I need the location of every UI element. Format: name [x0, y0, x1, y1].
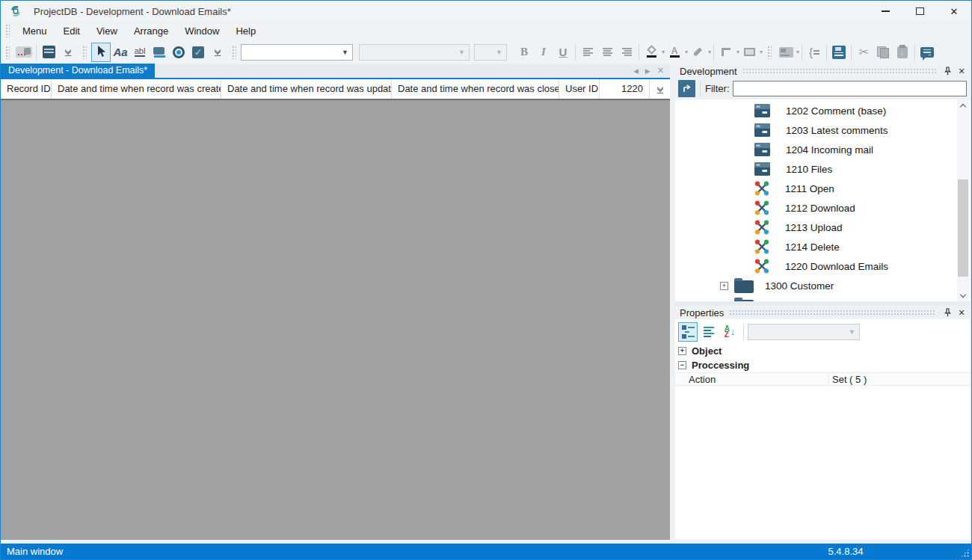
toolbar-grip[interactable] [5, 46, 10, 59]
align-right-button[interactable] [617, 43, 636, 62]
minimize-button[interactable] [868, 1, 902, 22]
tree-item-1212[interactable]: 1212 Download [675, 198, 970, 218]
tree-scrollbar[interactable] [957, 99, 969, 301]
select-cursor-button[interactable] [91, 43, 111, 62]
paste-button[interactable] [893, 43, 912, 62]
font-color-button[interactable]: A [665, 43, 684, 62]
align-center-button[interactable] [597, 43, 617, 62]
chevron-down-icon: ▼ [342, 49, 348, 56]
categorized-view-button[interactable] [678, 322, 698, 342]
column-header-1220[interactable]: 1220 [600, 79, 650, 99]
tree-item-clipped[interactable] [675, 295, 970, 301]
underline-button[interactable]: U [553, 43, 573, 62]
italic-button[interactable]: I [534, 43, 553, 62]
font-size-combobox[interactable]: ▼ [474, 44, 507, 61]
textbox-tool-button[interactable]: abl [130, 43, 150, 62]
close-panel-button[interactable]: ✕ [956, 67, 968, 76]
sort-alphabetical-button[interactable]: AZ ↓ [720, 322, 739, 342]
filter-input[interactable] [733, 81, 968, 96]
design-canvas[interactable] [1, 99, 670, 540]
toolbar-overflow-button[interactable] [58, 43, 78, 62]
border-style-button[interactable] [716, 43, 736, 62]
tree-item-1213[interactable]: 1213 Upload [675, 218, 970, 237]
development-panel-title: Development [675, 66, 737, 77]
property-group-proccessing[interactable]: − Proccessing [675, 358, 970, 372]
chevron-down-icon[interactable]: ▾ [708, 49, 711, 55]
image-button[interactable] [776, 43, 796, 62]
maximize-button[interactable] [902, 1, 937, 22]
properties-panel-header[interactable]: Properties ✕ [675, 306, 970, 319]
menu-grip[interactable] [5, 24, 10, 37]
column-header-closed[interactable]: Date and time when record was closed [392, 79, 559, 99]
chevron-down-icon[interactable]: ▾ [760, 49, 763, 55]
tab-close-icon[interactable]: ✕ [657, 66, 664, 76]
pin-button[interactable] [941, 308, 953, 317]
pin-button[interactable] [941, 67, 953, 76]
menu-item-view[interactable]: View [88, 23, 126, 39]
label-tool-button[interactable]: Aa [111, 43, 130, 62]
close-panel-button[interactable]: ✕ [956, 308, 968, 318]
property-row-action[interactable]: Action Set ( 5 ) [675, 372, 970, 386]
column-header-user-id[interactable]: User ID [559, 79, 600, 99]
expand-icon[interactable]: + [720, 282, 728, 290]
list-view-button[interactable] [699, 322, 719, 342]
scrollbar-thumb[interactable] [958, 179, 968, 277]
fill-color-button[interactable] [642, 43, 661, 62]
tree-item-1220[interactable]: 1220 Download Emails [675, 256, 970, 276]
development-panel-header[interactable]: Development ✕ [675, 64, 970, 78]
az-sort-icon: AZ ↓ [725, 326, 736, 338]
align-right-icon [622, 48, 632, 57]
highlight-button[interactable] [688, 43, 707, 62]
property-value[interactable]: Set ( 5 ) [828, 373, 970, 386]
tree-item-1211[interactable]: 1211 Open [675, 179, 970, 198]
property-group-object[interactable]: + Object [675, 344, 970, 358]
collapse-icon[interactable]: − [678, 361, 686, 369]
datasource-button[interactable] [14, 43, 34, 62]
font-family-combobox[interactable]: ▼ [359, 44, 470, 61]
expand-icon[interactable]: + [678, 347, 686, 355]
resize-grip[interactable] [960, 548, 970, 558]
toolbar-grip[interactable] [767, 46, 772, 59]
checkbox-tool-button[interactable]: ✓ [188, 43, 208, 62]
menu-item-menu[interactable]: Menu [14, 23, 55, 39]
radio-tool-button[interactable] [169, 43, 188, 62]
menu-item-help[interactable]: Help [227, 23, 264, 39]
style-combobox[interactable]: ▼ [241, 44, 353, 61]
save-button[interactable] [829, 43, 849, 62]
process-icon [754, 239, 770, 255]
tree-item-1203[interactable]: 1203 Latest comments [675, 120, 970, 140]
copy-button[interactable] [873, 43, 893, 62]
bold-button[interactable]: B [514, 43, 534, 62]
menu-item-arrange[interactable]: Arrange [126, 23, 176, 39]
menu-item-window[interactable]: Window [176, 23, 227, 39]
scroll-down-icon[interactable] [957, 289, 969, 301]
tab-scroll-left-icon[interactable]: ◀ [633, 67, 639, 75]
apply-filter-button[interactable] [678, 80, 695, 97]
tree-item-1204[interactable]: 1204 Incoming mail [675, 140, 970, 159]
outline-list-button[interactable]: { [805, 43, 824, 62]
tree-item-1300[interactable]: + 1300 Customer [675, 276, 970, 295]
toolbar-grip[interactable] [82, 46, 87, 59]
toolbar-grip[interactable] [232, 46, 236, 59]
comment-button[interactable] [917, 43, 937, 62]
column-header-record-id[interactable]: Record ID [1, 79, 52, 99]
shape-button[interactable] [739, 43, 759, 62]
cut-button[interactable]: ✂ [854, 43, 873, 62]
close-button[interactable]: ✕ [937, 1, 971, 22]
tree-item-1210[interactable]: 1210 Files [675, 159, 970, 179]
chevron-down-icon[interactable]: ▾ [796, 49, 799, 55]
grid-overflow-button[interactable] [650, 79, 670, 99]
align-left-button[interactable] [578, 43, 597, 62]
column-header-created[interactable]: Date and time when record was created [52, 79, 221, 99]
tools-overflow-button[interactable] [208, 43, 227, 62]
tab-development-download-emails[interactable]: Development - Download Emails* [1, 64, 155, 78]
tree-item-1202[interactable]: 1202 Comment (base) [675, 101, 970, 120]
tree-item-1214[interactable]: 1214 Delete [675, 237, 970, 256]
menu-item-edit[interactable]: Edit [55, 23, 88, 39]
column-header-updated[interactable]: Date and time when record was updated [221, 79, 392, 99]
tab-scroll-right-icon[interactable]: ▶ [645, 67, 650, 75]
properties-combobox[interactable]: ▼ [748, 324, 860, 340]
scroll-up-icon[interactable] [957, 99, 969, 111]
panel-tool-button[interactable] [150, 43, 169, 62]
layers-button[interactable] [39, 43, 58, 62]
